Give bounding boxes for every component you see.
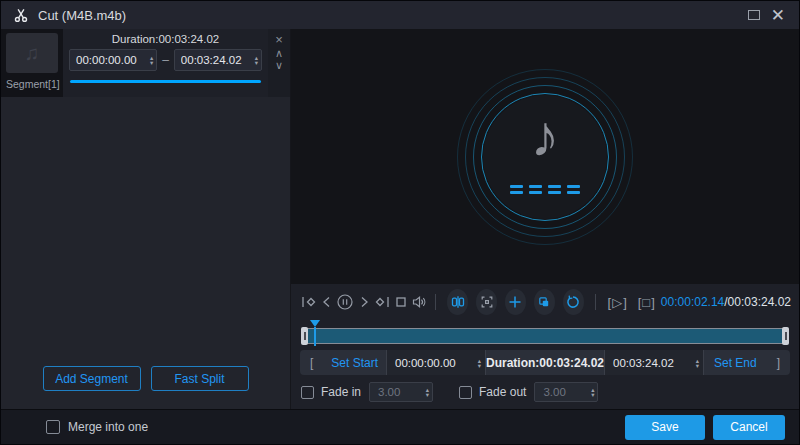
- fade-in-label: Fade in: [321, 385, 361, 399]
- segment-thumbnail[interactable]: ♫: [6, 33, 58, 73]
- end-time-field[interactable]: ▴ ▾: [604, 350, 704, 375]
- prev-frame-icon[interactable]: [317, 290, 335, 314]
- play-segment-button[interactable]: [▷]: [608, 295, 628, 310]
- footer-bar: Merge into one Save Cancel: [1, 409, 799, 444]
- segment-list-empty-area: [1, 97, 290, 366]
- next-frame-icon[interactable]: [354, 290, 372, 314]
- reset-button[interactable]: [563, 289, 584, 315]
- cut-dialog: Cut (M4B.m4b) ✕ ♫ Segment[1] Duration:00…: [0, 0, 800, 445]
- merge-checkbox[interactable]: [46, 420, 60, 434]
- segment-row: ♫ Segment[1] Duration:00:03:24.02 ▴ ▾: [1, 29, 290, 97]
- timeline: [300, 320, 790, 349]
- range-dash: –: [162, 53, 169, 67]
- time-display: 00:00:02.14/00:03:24.02: [661, 295, 791, 309]
- fast-split-button[interactable]: Fast Split: [151, 366, 249, 391]
- set-start-button[interactable]: Set Start: [323, 356, 386, 370]
- divider: [435, 294, 436, 310]
- split-button[interactable]: [447, 289, 468, 315]
- spin-down-icon[interactable]: ▾: [255, 60, 258, 65]
- music-note-icon: ♫: [25, 42, 40, 65]
- segment-start-input[interactable]: [76, 54, 150, 66]
- window-title: Cut (M4B.m4b): [38, 8, 126, 23]
- save-button[interactable]: Save: [625, 415, 705, 440]
- segment-end-field[interactable]: ▴ ▾: [174, 49, 262, 71]
- start-time-field[interactable]: ▴ ▾: [386, 350, 486, 375]
- eq-dash: [567, 185, 580, 194]
- crop-button[interactable]: [476, 289, 497, 315]
- segment-editor: Duration:00:03:24.02 ▴ ▾ –: [63, 29, 268, 97]
- segment-label: Segment[1]: [6, 78, 59, 90]
- main-area: ♫ Segment[1] Duration:00:03:24.02 ▴ ▾: [1, 29, 799, 409]
- set-end-button[interactable]: Set End: [704, 356, 767, 370]
- audio-preview: ♪: [291, 29, 799, 284]
- stop-icon[interactable]: [391, 290, 409, 314]
- segment-start-field[interactable]: ▴ ▾: [69, 49, 157, 71]
- segment-duration-label: Duration:00:03:24.02: [69, 33, 262, 45]
- move-up-icon[interactable]: ∧: [275, 48, 283, 58]
- copy-button[interactable]: [534, 289, 555, 315]
- fade-out-field[interactable]: ▴ ▾: [534, 382, 598, 402]
- left-bracket: [: [300, 356, 323, 370]
- segment-range-bar: [70, 80, 261, 83]
- maximize-button[interactable]: [748, 10, 760, 20]
- preview-panel: ♪: [291, 29, 799, 409]
- cancel-button[interactable]: Cancel: [713, 415, 785, 440]
- move-down-icon[interactable]: ∨: [275, 60, 283, 70]
- segment-thumb-column: ♫ Segment[1]: [1, 29, 63, 97]
- fade-out-label: Fade out: [479, 385, 526, 399]
- right-bracket: ]: [767, 356, 790, 370]
- scissors-icon: [13, 7, 29, 23]
- eq-dash: [529, 185, 542, 194]
- playhead-triangle: [310, 320, 320, 327]
- range-duration-label: Duration:00:03:24.02: [486, 356, 604, 370]
- music-note-icon: ♪: [531, 107, 560, 165]
- audio-visualization: ♪: [453, 65, 637, 249]
- current-time: 00:00:02.14: [661, 295, 724, 309]
- segment-actions: × ∧ ∨: [268, 29, 290, 97]
- title-bar: Cut (M4B.m4b) ✕: [1, 1, 799, 29]
- spin-down-icon[interactable]: ▾: [150, 60, 153, 65]
- segment-end-spinner[interactable]: ▴ ▾: [255, 55, 258, 65]
- fade-out-checkbox[interactable]: [459, 386, 472, 399]
- fade-in-field[interactable]: ▴ ▾: [369, 382, 433, 402]
- fade-out-spinner[interactable]: ▴ ▾: [591, 387, 594, 397]
- divider: [595, 294, 596, 310]
- end-time-spinner[interactable]: ▴ ▾: [696, 358, 699, 368]
- start-time-input[interactable]: [395, 357, 478, 369]
- delete-segment-icon[interactable]: ×: [275, 34, 283, 46]
- add-segment-button[interactable]: Add Segment: [43, 366, 141, 391]
- fade-in-spinner[interactable]: ▴ ▾: [426, 387, 429, 397]
- fade-out-input[interactable]: [543, 386, 591, 398]
- segment-start-spinner[interactable]: ▴ ▾: [150, 55, 153, 65]
- total-time: /00:03:24.02: [724, 295, 791, 309]
- jump-start-icon[interactable]: [299, 290, 317, 314]
- trim-handle-left[interactable]: [301, 327, 308, 345]
- set-range-bar: [ Set Start ▴ ▾ Duration:00:03:24.02 ▴: [300, 350, 790, 375]
- timeline-track[interactable]: [301, 328, 789, 344]
- pause-icon[interactable]: [336, 290, 354, 314]
- fade-in-checkbox[interactable]: [301, 386, 314, 399]
- segment-list-panel: ♫ Segment[1] Duration:00:03:24.02 ▴ ▾: [1, 29, 291, 409]
- fade-in-input[interactable]: [378, 386, 426, 398]
- close-button[interactable]: ✕: [769, 7, 787, 24]
- end-time-input[interactable]: [613, 357, 696, 369]
- playback-controls-area: [▷] [□] 00:00:02.14/00:03:24.02: [291, 284, 799, 409]
- add-button[interactable]: [505, 289, 526, 315]
- eq-dash: [510, 185, 523, 194]
- eq-dash: [548, 185, 561, 194]
- stop-segment-button[interactable]: [□]: [638, 295, 656, 310]
- playhead-line: [314, 327, 316, 346]
- transport-row: [▷] [□] 00:00:02.14/00:03:24.02: [299, 284, 791, 320]
- merge-label: Merge into one: [68, 420, 148, 434]
- spin-down-icon[interactable]: ▾: [696, 363, 699, 368]
- start-time-spinner[interactable]: ▴ ▾: [478, 358, 481, 368]
- trim-handle-right[interactable]: [782, 327, 789, 345]
- spin-down-icon[interactable]: ▾: [426, 392, 429, 397]
- spin-down-icon[interactable]: ▾: [478, 363, 481, 368]
- segment-end-input[interactable]: [181, 54, 255, 66]
- spin-down-icon[interactable]: ▾: [591, 392, 594, 397]
- playhead[interactable]: [315, 320, 325, 346]
- jump-end-icon[interactable]: [373, 290, 391, 314]
- fade-row: Fade in ▴ ▾ Fade out ▴: [299, 380, 791, 404]
- volume-icon[interactable]: [410, 290, 428, 314]
